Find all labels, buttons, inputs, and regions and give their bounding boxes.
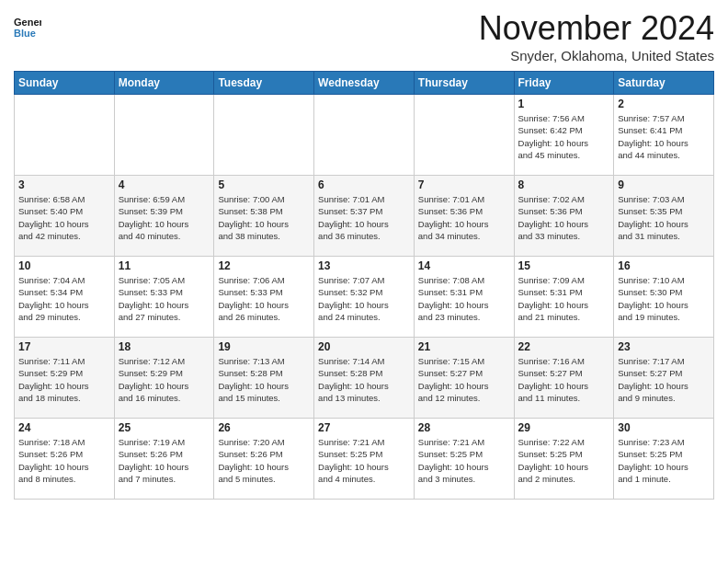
calendar-cell: 24Sunrise: 7:18 AM Sunset: 5:26 PM Dayli… (15, 419, 115, 500)
day-number: 3 (18, 178, 110, 191)
day-info: Sunrise: 7:22 AM Sunset: 5:25 PM Dayligh… (518, 436, 610, 485)
calendar-cell: 12Sunrise: 7:06 AM Sunset: 5:33 PM Dayli… (214, 257, 314, 338)
calendar-cell: 30Sunrise: 7:23 AM Sunset: 5:25 PM Dayli… (614, 419, 714, 500)
day-number: 28 (418, 421, 510, 434)
calendar-cell: 23Sunrise: 7:17 AM Sunset: 5:27 PM Dayli… (614, 338, 714, 419)
day-number: 2 (618, 98, 710, 110)
calendar-cell: 3Sunrise: 6:58 AM Sunset: 5:40 PM Daylig… (15, 176, 115, 257)
logo: General Blue (14, 13, 45, 40)
day-number: 11 (119, 259, 210, 272)
day-info: Sunrise: 7:03 AM Sunset: 5:35 PM Dayligh… (618, 193, 710, 242)
weekday-header: Monday (114, 72, 214, 95)
day-number: 7 (418, 178, 510, 191)
calendar-cell: 18Sunrise: 7:12 AM Sunset: 5:29 PM Dayli… (114, 338, 214, 419)
calendar-cell: 16Sunrise: 7:10 AM Sunset: 5:30 PM Dayli… (614, 257, 714, 338)
day-info: Sunrise: 7:08 AM Sunset: 5:31 PM Dayligh… (418, 274, 510, 323)
day-info: Sunrise: 6:59 AM Sunset: 5:39 PM Dayligh… (119, 193, 210, 242)
day-number: 21 (418, 340, 510, 353)
day-info: Sunrise: 7:14 AM Sunset: 5:28 PM Dayligh… (318, 355, 410, 404)
calendar-cell: 13Sunrise: 7:07 AM Sunset: 5:32 PM Dayli… (314, 257, 415, 338)
calendar-cell: 28Sunrise: 7:21 AM Sunset: 5:25 PM Dayli… (414, 419, 514, 500)
page-header: General Blue November 2024 Snyder, Oklah… (14, 9, 714, 63)
day-number: 15 (518, 259, 610, 272)
day-info: Sunrise: 7:01 AM Sunset: 5:37 PM Dayligh… (318, 193, 410, 242)
calendar-cell: 8Sunrise: 7:02 AM Sunset: 5:36 PM Daylig… (514, 176, 614, 257)
day-number: 10 (18, 259, 110, 272)
calendar-cell: 15Sunrise: 7:09 AM Sunset: 5:31 PM Dayli… (514, 257, 614, 338)
title-section: November 2024 Snyder, Oklahoma, United S… (479, 9, 714, 63)
day-number: 8 (518, 178, 610, 191)
day-number: 26 (218, 421, 310, 434)
day-number: 24 (18, 421, 110, 434)
day-number: 29 (518, 421, 610, 434)
calendar-cell: 11Sunrise: 7:05 AM Sunset: 5:33 PM Dayli… (114, 257, 214, 338)
calendar-cell: 5Sunrise: 7:00 AM Sunset: 5:38 PM Daylig… (214, 176, 314, 257)
svg-text:General: General (14, 17, 41, 28)
day-number: 14 (418, 259, 510, 272)
day-number: 5 (218, 178, 310, 191)
weekday-header: Friday (514, 72, 614, 95)
calendar-cell (114, 95, 214, 176)
logo-icon: General Blue (14, 13, 41, 40)
day-number: 18 (119, 340, 210, 353)
day-info: Sunrise: 7:21 AM Sunset: 5:25 PM Dayligh… (318, 436, 410, 485)
calendar-table: SundayMondayTuesdayWednesdayThursdayFrid… (14, 71, 714, 500)
weekday-header: Wednesday (314, 72, 415, 95)
calendar-cell: 14Sunrise: 7:08 AM Sunset: 5:31 PM Dayli… (414, 257, 514, 338)
calendar-cell: 17Sunrise: 7:11 AM Sunset: 5:29 PM Dayli… (15, 338, 115, 419)
day-number: 13 (318, 259, 410, 272)
calendar-cell (15, 95, 115, 176)
calendar-cell: 7Sunrise: 7:01 AM Sunset: 5:36 PM Daylig… (414, 176, 514, 257)
calendar-cell: 29Sunrise: 7:22 AM Sunset: 5:25 PM Dayli… (514, 419, 614, 500)
month-title: November 2024 (479, 9, 714, 48)
day-info: Sunrise: 7:57 AM Sunset: 6:41 PM Dayligh… (618, 112, 710, 161)
day-number: 20 (318, 340, 410, 353)
day-number: 25 (119, 421, 210, 434)
calendar-cell: 26Sunrise: 7:20 AM Sunset: 5:26 PM Dayli… (214, 419, 314, 500)
calendar-cell (214, 95, 314, 176)
day-info: Sunrise: 7:09 AM Sunset: 5:31 PM Dayligh… (518, 274, 610, 323)
day-info: Sunrise: 7:06 AM Sunset: 5:33 PM Dayligh… (218, 274, 310, 323)
day-info: Sunrise: 7:21 AM Sunset: 5:25 PM Dayligh… (418, 436, 510, 485)
day-info: Sunrise: 7:15 AM Sunset: 5:27 PM Dayligh… (418, 355, 510, 404)
day-number: 27 (318, 421, 410, 434)
day-info: Sunrise: 7:07 AM Sunset: 5:32 PM Dayligh… (318, 274, 410, 323)
calendar-cell: 20Sunrise: 7:14 AM Sunset: 5:28 PM Dayli… (314, 338, 415, 419)
weekday-header: Thursday (414, 72, 514, 95)
day-info: Sunrise: 7:23 AM Sunset: 5:25 PM Dayligh… (618, 436, 710, 485)
day-number: 30 (618, 421, 710, 434)
calendar-cell: 4Sunrise: 6:59 AM Sunset: 5:39 PM Daylig… (114, 176, 214, 257)
day-number: 1 (518, 98, 610, 110)
calendar-cell: 10Sunrise: 7:04 AM Sunset: 5:34 PM Dayli… (15, 257, 115, 338)
day-number: 4 (119, 178, 210, 191)
day-info: Sunrise: 7:02 AM Sunset: 5:36 PM Dayligh… (518, 193, 610, 242)
day-info: Sunrise: 7:04 AM Sunset: 5:34 PM Dayligh… (18, 274, 110, 323)
calendar-cell (314, 95, 415, 176)
calendar-cell: 21Sunrise: 7:15 AM Sunset: 5:27 PM Dayli… (414, 338, 514, 419)
calendar-cell: 25Sunrise: 7:19 AM Sunset: 5:26 PM Dayli… (114, 419, 214, 500)
calendar-cell: 2Sunrise: 7:57 AM Sunset: 6:41 PM Daylig… (614, 95, 714, 176)
day-info: Sunrise: 7:56 AM Sunset: 6:42 PM Dayligh… (518, 112, 610, 161)
day-info: Sunrise: 7:10 AM Sunset: 5:30 PM Dayligh… (618, 274, 710, 323)
day-info: Sunrise: 7:18 AM Sunset: 5:26 PM Dayligh… (18, 436, 110, 485)
day-info: Sunrise: 7:01 AM Sunset: 5:36 PM Dayligh… (418, 193, 510, 242)
calendar-cell: 27Sunrise: 7:21 AM Sunset: 5:25 PM Dayli… (314, 419, 415, 500)
day-info: Sunrise: 7:05 AM Sunset: 5:33 PM Dayligh… (119, 274, 210, 323)
day-number: 6 (318, 178, 410, 191)
calendar-cell: 6Sunrise: 7:01 AM Sunset: 5:37 PM Daylig… (314, 176, 415, 257)
day-info: Sunrise: 7:12 AM Sunset: 5:29 PM Dayligh… (119, 355, 210, 404)
day-info: Sunrise: 7:16 AM Sunset: 5:27 PM Dayligh… (518, 355, 610, 404)
day-info: Sunrise: 7:13 AM Sunset: 5:28 PM Dayligh… (218, 355, 310, 404)
day-number: 16 (618, 259, 710, 272)
day-number: 12 (218, 259, 310, 272)
svg-text:Blue: Blue (14, 28, 36, 39)
calendar-cell: 22Sunrise: 7:16 AM Sunset: 5:27 PM Dayli… (514, 338, 614, 419)
location: Snyder, Oklahoma, United States (479, 48, 714, 63)
day-number: 19 (218, 340, 310, 353)
day-info: Sunrise: 6:58 AM Sunset: 5:40 PM Dayligh… (18, 193, 110, 242)
day-number: 23 (618, 340, 710, 353)
day-info: Sunrise: 7:00 AM Sunset: 5:38 PM Dayligh… (218, 193, 310, 242)
day-number: 9 (618, 178, 710, 191)
day-number: 17 (18, 340, 110, 353)
weekday-header: Sunday (15, 72, 115, 95)
